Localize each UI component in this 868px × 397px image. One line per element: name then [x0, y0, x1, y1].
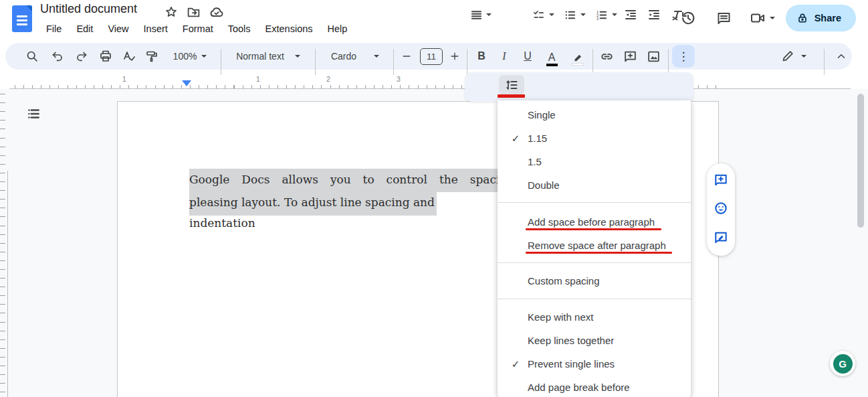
checklist-icon [532, 9, 545, 21]
highlight-color-button[interactable] [568, 43, 587, 70]
move-to-folder-icon[interactable] [187, 5, 201, 19]
text-color-button[interactable]: A [543, 43, 560, 70]
menu-item-keep-with-next[interactable]: Keep with next [498, 305, 691, 329]
font-family-value: Cardo [331, 51, 356, 62]
menu-item-keep-lines-together[interactable]: Keep lines together [498, 329, 691, 352]
grammarly-button[interactable]: G [830, 351, 855, 376]
google-docs-app: Untitled document File Edit View Insert … [0, 0, 868, 397]
menu-item-1-5[interactable]: 1.5 [498, 150, 691, 173]
menu-bar: File Edit View Insert Format Tools Exten… [39, 21, 354, 37]
grammarly-icon: G [833, 354, 853, 374]
menu-item-custom-spacing[interactable]: Custom spacing [498, 269, 691, 293]
menu-insert[interactable]: Insert [136, 21, 175, 37]
italic-button[interactable]: I [496, 43, 512, 70]
vertical-scrollbar[interactable] [857, 94, 864, 228]
numbered-list-button[interactable]: 1 2 3 [592, 0, 620, 29]
editing-mode-select[interactable] [774, 43, 813, 70]
divider [315, 49, 316, 76]
print-button[interactable] [95, 43, 116, 70]
checklist-button[interactable] [528, 0, 558, 29]
chevron-down-icon [374, 55, 379, 58]
meet-call-button[interactable] [746, 10, 779, 26]
menu-item-prevent-single-lines[interactable]: ✓ Prevent single lines [498, 352, 691, 376]
logo-line [17, 19, 27, 21]
increase-font-size-button[interactable] [447, 43, 462, 70]
header: Untitled document File Edit View Insert … [0, 0, 868, 40]
selected-text-line: pleasing layout. To adjust line spacing … [189, 192, 437, 216]
menu-help[interactable]: Help [320, 21, 355, 37]
vertical-ruler-margin-line [7, 171, 8, 397]
menu-tools[interactable]: Tools [221, 21, 258, 37]
menu-file[interactable]: File [39, 21, 69, 37]
suggest-edits-button[interactable] [707, 224, 735, 252]
print-icon [99, 50, 112, 63]
comments-button[interactable] [710, 3, 739, 33]
search-menus-button[interactable] [20, 43, 44, 70]
indent-icon [647, 8, 661, 21]
spell-check-button[interactable] [118, 43, 140, 70]
highlighter-icon [572, 52, 584, 62]
line-spacing-menu: Single ✓ 1.15 1.5 Double Add space befor… [498, 100, 691, 397]
ruler-label: 1 [122, 75, 126, 83]
font-size-field[interactable]: 11 [419, 43, 443, 70]
menu-extensions[interactable]: Extensions [258, 21, 320, 37]
chevron-down-icon [549, 13, 554, 16]
bulleted-list-icon [564, 9, 576, 21]
star-icon[interactable] [165, 5, 178, 19]
margin-tools [707, 163, 735, 256]
horizontal-ruler[interactable]: 1 1 2 3 [9, 75, 851, 89]
add-comment-icon [623, 50, 637, 64]
check-icon: ✓ [508, 133, 523, 145]
plus-icon [449, 51, 460, 62]
undo-button[interactable] [47, 43, 68, 70]
chevron-down-icon [612, 13, 617, 16]
pencil-icon [781, 50, 794, 63]
google-docs-logo[interactable] [12, 5, 32, 32]
redo-button[interactable] [71, 43, 92, 70]
check-icon: ✓ [508, 358, 523, 370]
add-emoji-reaction-button[interactable] [707, 194, 735, 222]
bulleted-list-button[interactable] [560, 0, 588, 29]
show-outline-button[interactable] [24, 104, 43, 123]
add-comment-margin-button[interactable] [707, 166, 735, 194]
font-family-select[interactable]: Cardo [323, 43, 387, 70]
red-annotation-add-space [526, 228, 661, 230]
cloud-saved-icon[interactable] [209, 5, 224, 19]
insert-link-button[interactable] [596, 43, 617, 70]
line-spacing-icon [505, 78, 518, 92]
share-button[interactable]: Share [786, 5, 856, 31]
decrease-font-size-button[interactable] [399, 43, 414, 70]
menu-item-double[interactable]: Double [498, 173, 691, 197]
menu-divider [498, 299, 691, 299]
paint-format-button[interactable] [141, 43, 162, 70]
undo-icon [51, 50, 64, 63]
underline-button[interactable]: U [520, 43, 536, 70]
ruler-label: 3 [397, 75, 401, 83]
clear-formatting-button[interactable] [667, 0, 687, 29]
menu-view[interactable]: View [100, 21, 136, 37]
menu-edit[interactable]: Edit [69, 21, 100, 37]
paragraph-style-select[interactable]: Normal text [229, 43, 308, 70]
line-spacing-button[interactable] [499, 75, 524, 95]
menu-item-1-15[interactable]: ✓ 1.15 [498, 127, 691, 150]
decrease-indent-button[interactable] [621, 0, 641, 29]
vertical-ruler[interactable] [0, 94, 5, 397]
zoom-select[interactable]: 100% [166, 43, 214, 70]
bold-button[interactable]: B [473, 43, 490, 70]
menu-format[interactable]: Format [175, 21, 221, 37]
insert-image-button[interactable] [643, 43, 663, 70]
more-options-button[interactable]: ⋮ [672, 45, 695, 68]
increase-indent-button[interactable] [644, 0, 664, 29]
chevron-down-icon [801, 55, 806, 58]
hide-menus-button[interactable] [831, 43, 852, 70]
redo-icon [75, 50, 88, 63]
align-button[interactable] [468, 0, 494, 29]
add-comment-button[interactable] [620, 43, 640, 70]
indent-marker[interactable] [182, 80, 191, 86]
add-comment-icon [714, 173, 728, 187]
divider [824, 49, 825, 76]
menu-item-single[interactable]: Single [498, 103, 691, 127]
image-icon [647, 50, 661, 64]
document-title[interactable]: Untitled document [40, 2, 137, 16]
menu-item-add-page-break-before[interactable]: Add page break before [498, 376, 691, 397]
